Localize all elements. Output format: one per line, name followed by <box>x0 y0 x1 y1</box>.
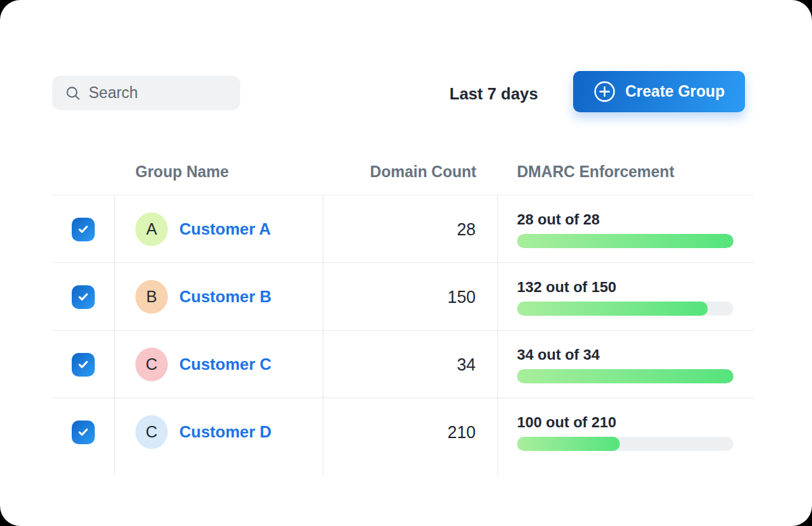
table-row: C Customer D 210 100 out of 210 <box>52 398 754 476</box>
checkmark-icon <box>76 290 90 304</box>
table-header: Group Name Domain Count DMARC Enforcemen… <box>52 149 754 195</box>
enforcement-label: 132 out of 150 <box>517 279 616 296</box>
domain-count-value: 150 <box>447 287 476 307</box>
checkmark-icon <box>76 425 90 439</box>
column-header-group-name: Group Name <box>115 149 323 195</box>
customer-link[interactable]: Customer C <box>179 355 271 374</box>
domain-count-value: 28 <box>457 220 476 239</box>
domain-count-value: 210 <box>447 423 476 442</box>
row-checkbox[interactable] <box>72 218 95 241</box>
main-panel: Last 7 days Create Group Group Name Doma… <box>0 0 812 526</box>
search-input[interactable] <box>89 84 231 102</box>
avatar: A <box>135 212 168 246</box>
column-header-dmarc-enforcement: DMARC Enforcement <box>498 149 754 195</box>
checkmark-icon <box>76 222 90 236</box>
checkmark-icon <box>76 358 90 371</box>
groups-table: Group Name Domain Count DMARC Enforcemen… <box>52 149 754 476</box>
avatar: B <box>135 280 168 314</box>
progress-bar <box>517 437 734 451</box>
enforcement-label: 28 out of 28 <box>517 211 600 229</box>
search-icon <box>64 85 82 102</box>
table-row: B Customer B 150 132 out of 150 <box>52 263 754 331</box>
progress-bar <box>517 369 734 383</box>
enforcement-label: 34 out of 34 <box>517 346 600 364</box>
row-checkbox[interactable] <box>72 421 95 444</box>
progress-fill <box>517 234 734 248</box>
row-checkbox[interactable] <box>72 285 95 309</box>
avatar: C <box>135 415 168 449</box>
date-range-selector[interactable]: Last 7 days <box>406 83 538 105</box>
customer-link[interactable]: Customer A <box>179 220 271 239</box>
create-group-button[interactable]: Create Group <box>573 71 745 112</box>
progress-bar <box>517 234 734 248</box>
column-header-domain-count: Domain Count <box>323 149 498 195</box>
table-row: C Customer C 34 34 out of 34 <box>52 331 754 398</box>
table-row: A Customer A 28 28 out of 28 <box>52 195 754 263</box>
customer-link[interactable]: Customer B <box>179 287 271 306</box>
progress-fill <box>517 437 620 451</box>
row-checkbox[interactable] <box>72 353 95 377</box>
search-box[interactable] <box>52 76 240 110</box>
progress-bar <box>517 302 734 316</box>
progress-fill <box>517 369 734 383</box>
create-group-label: Create Group <box>625 82 725 101</box>
customer-link[interactable]: Customer D <box>179 423 271 441</box>
progress-fill <box>517 302 708 316</box>
avatar: C <box>135 348 168 381</box>
domain-count-value: 34 <box>457 355 476 375</box>
enforcement-label: 100 out of 210 <box>517 414 616 431</box>
plus-circle-icon <box>593 80 616 103</box>
